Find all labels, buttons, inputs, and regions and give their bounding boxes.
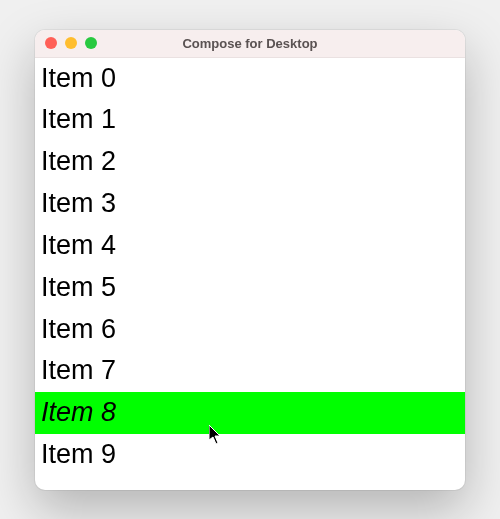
traffic-lights xyxy=(35,37,97,49)
window-title: Compose for Desktop xyxy=(35,36,465,51)
list-item[interactable]: Item 2 xyxy=(35,141,465,183)
list-item[interactable]: Item 1 xyxy=(35,99,465,141)
list-item[interactable]: Item 4 xyxy=(35,225,465,267)
list-item[interactable]: Item 5 xyxy=(35,267,465,309)
window-close-button[interactable] xyxy=(45,37,57,49)
window-maximize-button[interactable] xyxy=(85,37,97,49)
content-area: Item 0 Item 1 Item 2 Item 3 Item 4 Item … xyxy=(35,58,465,490)
titlebar: Compose for Desktop xyxy=(35,30,465,58)
app-window: Compose for Desktop Item 0 Item 1 Item 2… xyxy=(35,30,465,490)
list-item[interactable]: Item 6 xyxy=(35,309,465,351)
list-item[interactable]: Item 0 xyxy=(35,58,465,100)
list-item[interactable]: Item 8 xyxy=(35,392,465,434)
list-item[interactable]: Item 9 xyxy=(35,434,465,476)
list-item[interactable]: Item 3 xyxy=(35,183,465,225)
window-minimize-button[interactable] xyxy=(65,37,77,49)
item-list: Item 0 Item 1 Item 2 Item 3 Item 4 Item … xyxy=(35,58,465,476)
list-item[interactable]: Item 7 xyxy=(35,350,465,392)
